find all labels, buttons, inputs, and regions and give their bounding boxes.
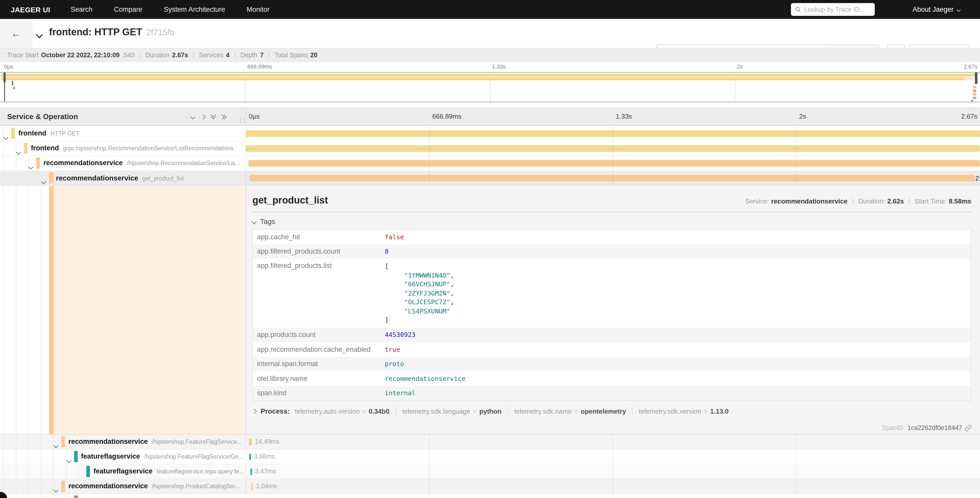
- nav-item-search[interactable]: Search: [71, 6, 93, 13]
- span-service-name: featureflagservice: [94, 467, 153, 475]
- tag-row[interactable]: app.filtered_products.count 8: [253, 244, 971, 259]
- span-duration-bar[interactable]: [249, 175, 975, 182]
- column-divider: [246, 108, 246, 125]
- span-row-featureflag-repo-query[interactable]: featureflagservicefeatureflagservice.rep…: [0, 464, 980, 479]
- span-duration-label: 14.49ms: [255, 438, 280, 445]
- tag-row[interactable]: internal.span.format proto: [253, 357, 971, 371]
- tick-label: 1.33s: [616, 112, 632, 120]
- minimap-span-bar: [12, 81, 13, 85]
- back-arrow-icon: ←: [11, 28, 21, 39]
- span-operation-name: HTTP GET: [51, 130, 80, 137]
- span-duration-bar[interactable]: [246, 130, 980, 137]
- span-row-get-product-list-selected[interactable]: recommendationserviceget_product_list 2.…: [0, 171, 980, 185]
- minimap-span-bar: [973, 93, 977, 96]
- nav-item-compare[interactable]: Compare: [114, 6, 142, 13]
- service-color-stripe: [61, 436, 65, 447]
- depth-value: 7: [260, 51, 264, 59]
- tag-row[interactable]: app.recommendation.cache_enabled true: [253, 342, 971, 357]
- expand-all-icon[interactable]: [222, 115, 226, 118]
- span-duration-bar[interactable]: [248, 160, 980, 167]
- span-service-name: recommendationservice: [68, 438, 148, 445]
- service-color-stripe: [61, 480, 65, 492]
- process-tag: telemetry.sdk.language=python: [396, 407, 501, 415]
- link-icon[interactable]: [965, 425, 972, 431]
- tag-value: 8: [385, 248, 388, 255]
- span-collapse-toggle[interactable]: [54, 485, 58, 494]
- jaeger-trace-page: JAEGER UI Search Compare System Architec…: [0, 0, 980, 498]
- trace-collapse-toggle[interactable]: [37, 30, 42, 39]
- about-jaeger-label: About Jaeger: [913, 6, 954, 13]
- chevron-down-icon: [16, 150, 21, 155]
- chevron-down-icon: [956, 7, 961, 12]
- trace-minimap[interactable]: [0, 72, 980, 102]
- span-operation-name: /hipstershop.FeatureFlagService...: [152, 439, 242, 445]
- chevron-down-icon: [53, 443, 59, 448]
- span-detail-panel: get_product_list Service:recommendations…: [246, 186, 980, 434]
- span-duration-bar[interactable]: [249, 439, 252, 445]
- span-row-recommendationservice-list[interactable]: recommendationservice/hipstershop.Recomm…: [0, 156, 980, 171]
- span-duration-bar[interactable]: [251, 483, 253, 490]
- span-row-partial[interactable]: [0, 494, 980, 498]
- tree-controls: [191, 108, 226, 125]
- tag-row[interactable]: app.products.count 44530923: [253, 327, 971, 342]
- span-row-productcatalog-call[interactable]: recommendationservice/hipstershop.Produc…: [0, 479, 980, 494]
- back-button[interactable]: ←: [0, 19, 32, 48]
- tag-row[interactable]: app.filtered_products.list [ 1YMWWN1N4O,…: [253, 259, 971, 327]
- minimap-right-handle[interactable]: [975, 73, 977, 84]
- start-time-value: 8.58ms: [949, 197, 971, 205]
- span-collapse-toggle[interactable]: [54, 440, 58, 449]
- span-collapse-toggle[interactable]: [67, 455, 70, 464]
- span-duration-bar[interactable]: [246, 145, 980, 152]
- span-collapse-toggle[interactable]: [4, 132, 8, 141]
- tick-label: 666.89ms: [247, 64, 272, 70]
- tag-value: false: [385, 233, 404, 241]
- process-tag: telemetry.sdk.name=opentelemetry: [508, 407, 626, 415]
- span-collapse-toggle[interactable]: [29, 161, 33, 171]
- service-color-stripe: [74, 451, 77, 462]
- minimap-span-bar: [971, 100, 973, 102]
- trace-title-text: frontend: HTTP GET: [49, 27, 142, 37]
- trace-id-lookup-input[interactable]: Lookup by Trace ID...: [791, 3, 875, 16]
- tag-row[interactable]: app.cache_hit false: [253, 230, 971, 244]
- span-collapse-toggle[interactable]: [41, 176, 45, 185]
- span-duration-bar[interactable]: [249, 453, 251, 460]
- span-service-name: recommendationservice: [43, 159, 123, 167]
- collapse-one-icon[interactable]: [190, 114, 196, 119]
- span-row-frontend-http-get[interactable]: frontendHTTP GET: [0, 126, 980, 141]
- span-collapse-toggle[interactable]: [17, 147, 20, 156]
- tag-key: internal.span.format: [253, 360, 385, 368]
- nav-item-system-architecture[interactable]: System Architecture: [164, 6, 225, 13]
- process-tag: telemetry.auto.version=0.34b0: [295, 407, 389, 415]
- duration-label: Duration: [145, 51, 170, 59]
- tag-row[interactable]: otel.library.name recommendationservice: [253, 371, 971, 386]
- about-jaeger-menu[interactable]: About Jaeger: [913, 0, 960, 19]
- minimap-span-bar: [1, 77, 965, 80]
- span-detail-meta: Service:recommendationservice Duration:2…: [745, 197, 971, 205]
- tag-row[interactable]: span.kind internal: [253, 386, 971, 401]
- collapse-all-icon[interactable]: [212, 115, 215, 119]
- trace-id-lookup-placeholder: Lookup by Trace ID...: [804, 6, 865, 13]
- trace-header: ← frontend: HTTP GET2f715fb Find... ⌘ Tr…: [0, 19, 980, 48]
- expand-one-icon[interactable]: [200, 114, 206, 119]
- span-duration-bar[interactable]: [250, 468, 252, 475]
- minimap-span-bar: [973, 89, 977, 92]
- service-color-stripe: [86, 466, 90, 477]
- span-row-featureflag-call[interactable]: recommendationservice/hipstershop.Featur…: [0, 434, 980, 449]
- tag-value: proto: [385, 360, 404, 368]
- span-row-frontend-grpc[interactable]: frontendgrpc.hipstershop.RecommendationS…: [0, 141, 980, 156]
- total-spans-label: Total Spans: [274, 51, 308, 59]
- process-section-toggle[interactable]: Process: telemetry.auto.version=0.34b0 t…: [252, 407, 971, 415]
- tag-value: internal: [385, 389, 415, 397]
- span-service-name: featureflagservice: [81, 452, 140, 460]
- trace-start-label: Trace Start: [7, 51, 38, 59]
- span-row-featureflagservice[interactable]: featureflagservice/hipstershop.FeatureFl…: [0, 449, 980, 464]
- nav-item-monitor[interactable]: Monitor: [247, 6, 269, 13]
- minimap-left-handle[interactable]: [3, 73, 6, 82]
- duration-value: 2.62s: [887, 197, 904, 205]
- tags-section-toggle[interactable]: Tags: [252, 217, 971, 225]
- brand-jaeger-ui[interactable]: JAEGER UI: [11, 5, 50, 14]
- services-value: 4: [226, 51, 230, 59]
- column-resizer[interactable]: [240, 118, 244, 123]
- tick-label: 2s: [737, 64, 743, 70]
- detail-tree-gutter: [0, 186, 246, 434]
